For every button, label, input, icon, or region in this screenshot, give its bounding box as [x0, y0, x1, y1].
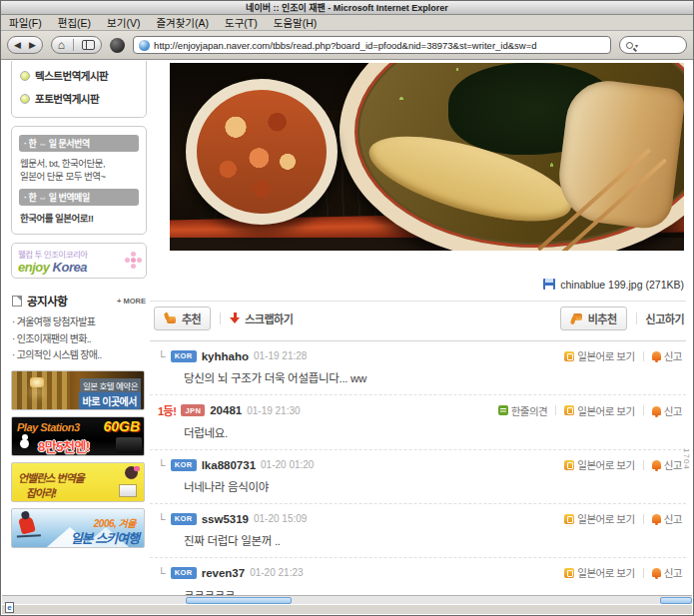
bell-icon: [652, 514, 661, 523]
side-page-label: 1704: [682, 448, 691, 470]
hotel-ad-banner[interactable]: 일본 호텔 예약은 바로 이곳에서: [11, 370, 145, 410]
post-content: chinablue 199.jpg (271KB) 추천 스크랩하기 비추천: [150, 61, 686, 595]
comment-row: └ KOR reven37 01-20 21:23 일본어로 보기 신고 ㅋㅋㅋ…: [150, 558, 686, 595]
comment-header: └ KOR ssw5319 01-20 15:09 일본어로 보기 신고: [158, 511, 684, 526]
comment-body: 더럽네요.: [184, 424, 684, 440]
attachment-filename[interactable]: chinablue 199.jpg (271KB): [560, 279, 684, 291]
title-bar[interactable]: 네이버 :: 인조이 재팬 - Microsoft Internet Explo…: [1, 1, 693, 15]
home-button-group: ⌂: [51, 36, 102, 54]
ps3-console-art: [116, 437, 142, 453]
menu-help[interactable]: 도움말(H): [274, 15, 318, 30]
notice-item[interactable]: · 고의적인 시스템 장애..: [12, 347, 146, 364]
paper-stack-art: [119, 484, 137, 497]
flower-icon: [131, 258, 136, 263]
country-badge: KOR: [171, 350, 197, 362]
hotel-ad-line2: 바로 이곳에서: [79, 392, 141, 409]
comment-header: └ KOR reven37 01-20 21:23 일본어로 보기 신고: [158, 565, 684, 580]
reply-marker: └: [158, 460, 166, 470]
notice-item[interactable]: · 인조이재팬의 변화..: [12, 331, 146, 348]
view-japanese-link[interactable]: 일본어로 보기: [564, 457, 634, 472]
menu-file[interactable]: 파일(F): [9, 15, 42, 30]
view-japanese-link[interactable]: 일본어로 보기: [564, 511, 634, 526]
japanese-icon: [564, 351, 574, 361]
url-text[interactable]: http://enjoyjapan.naver.com/tbbs/read.ph…: [154, 40, 536, 51]
comment-author[interactable]: reven37: [202, 567, 245, 579]
right-actions: 비추천 신고하기: [560, 307, 684, 330]
search-dropdown-icon[interactable]: ▾: [635, 42, 638, 49]
report-post-link[interactable]: 신고하기: [646, 310, 684, 326]
bell-icon: [652, 406, 661, 415]
notice-title: 공지사항: [27, 293, 67, 308]
search-input[interactable]: ▾: [619, 36, 687, 54]
board-label: 포토번역게시판: [35, 91, 99, 106]
menu-edit[interactable]: 편집(E): [58, 15, 91, 30]
japanese-icon: [564, 460, 574, 470]
notice-header: 공지사항 + MORE: [12, 293, 146, 308]
sidebar-item-photo-board[interactable]: 포토번역게시판: [19, 87, 139, 110]
menu-tools[interactable]: 도구(T): [225, 15, 258, 30]
home-button[interactable]: ⌂: [58, 38, 65, 52]
report-comment-link[interactable]: 신고: [652, 565, 682, 580]
translate-desc2: 한국어를 일본어로!!: [20, 211, 138, 225]
comment-body: 당신의 뇌 구조가 더욱 어설픕니다... ww: [184, 369, 684, 385]
girl-character-art: [125, 466, 138, 479]
notice-more-link[interactable]: + MORE: [117, 297, 146, 306]
comment-row: └ KOR ssw5319 01-20 15:09 일본어로 보기 신고 진짜 …: [150, 504, 686, 558]
divider: [643, 568, 644, 578]
not-recommend-button[interactable]: 비추천: [560, 307, 627, 330]
panels-icon[interactable]: [82, 40, 95, 50]
forward-button[interactable]: ▶: [29, 37, 36, 53]
info-icon[interactable]: [110, 38, 125, 53]
comment-header: 1등! JPN 20481 01-19 21:30 한줄의견 일본어로 보기 신…: [158, 402, 684, 418]
japanese-icon: [564, 568, 574, 578]
comment-author[interactable]: 20481: [210, 404, 242, 416]
photo-kimchi-bowl: [186, 79, 338, 225]
ski-ad-banner[interactable]: 2006, 겨울 일본 스키여행: [11, 508, 145, 548]
mail-translate-button[interactable]: · 한 ⇔ 일 번역메일: [19, 189, 139, 206]
report-comment-link[interactable]: 신고: [652, 457, 682, 472]
not-recommend-label: 비추천: [588, 310, 617, 326]
menu-favorites[interactable]: 즐겨찾기(A): [156, 15, 209, 30]
ps3-ad-banner[interactable]: Play Station3 60GB 8만5천엔!: [11, 416, 145, 456]
recommend-button[interactable]: 추천: [154, 307, 211, 330]
reply-marker: └: [158, 568, 166, 578]
unbalance-ad-line1: 언밸란스 번역을: [18, 469, 84, 485]
browser-window: 네이버 :: 인조이 재팬 - Microsoft Internet Explo…: [0, 0, 694, 616]
back-button[interactable]: ◀: [14, 37, 21, 53]
oneline-opinion-link[interactable]: 한줄의견: [498, 403, 548, 418]
scrollbar-thumb[interactable]: [186, 597, 292, 604]
comment-author[interactable]: ssw5319: [202, 513, 249, 525]
view-japanese-link[interactable]: 일본어로 보기: [564, 403, 634, 418]
menu-view[interactable]: 보기(V): [107, 15, 140, 30]
scrap-icon: [230, 312, 241, 324]
translate-desc: 웹문서, txt, 한국어단문,일본어 단문 모두 번역~: [20, 157, 138, 183]
board-links-box: 텍스트번역게시판 포토번역게시판: [11, 61, 147, 118]
page-viewport: 텍스트번역게시판 포토번역게시판 · 한 ⇔ 일 문서번역 웹문서, txt, …: [2, 61, 692, 595]
view-japanese-link[interactable]: 일본어로 보기: [564, 348, 634, 363]
sidebar-item-text-board[interactable]: 텍스트번역게시판: [19, 64, 139, 87]
notice-item[interactable]: · 겨울여행 당첨자발표: [12, 314, 146, 331]
report-comment-link[interactable]: 신고: [652, 403, 682, 418]
bell-icon: [652, 568, 661, 577]
translation-ad-banner[interactable]: 언밸란스 번역을 잡아라!: [11, 462, 145, 502]
divider: [643, 514, 644, 524]
comment-date: 01-20 15:09: [254, 513, 307, 524]
comment-header: └ KOR lka880731 01-20 01:20 일본어로 보기 신고: [158, 457, 684, 472]
report-comment-link[interactable]: 신고: [652, 348, 682, 363]
view-japanese-link[interactable]: 일본어로 보기: [564, 565, 634, 580]
scrap-link[interactable]: 스크랩하기: [230, 310, 293, 326]
scrollbar-end-segment[interactable]: [660, 597, 692, 604]
action-bar: 추천 스크랩하기 비추천 신고하기: [150, 301, 686, 338]
enjoy-korea-banner[interactable]: 웰컴 투 인조이코리아 enjoy Korea: [11, 243, 147, 279]
address-bar[interactable]: http://enjoyjapan.naver.com/tbbs/read.ph…: [133, 36, 611, 54]
doc-translate-button[interactable]: · 한 ⇔ 일 문서번역: [19, 135, 139, 152]
reply-marker: └: [158, 514, 166, 524]
japanese-icon: [564, 514, 574, 524]
comment-body: 진짜 더럽다 일본꺼 ..: [184, 532, 684, 548]
country-badge: JPN: [181, 404, 205, 416]
comment-author[interactable]: kyhhaho: [202, 350, 249, 362]
report-comment-link[interactable]: 신고: [652, 511, 682, 526]
comment-author[interactable]: lka880731: [202, 459, 256, 471]
rank-label: 1등!: [158, 402, 176, 418]
status-bar: e: [2, 604, 692, 614]
